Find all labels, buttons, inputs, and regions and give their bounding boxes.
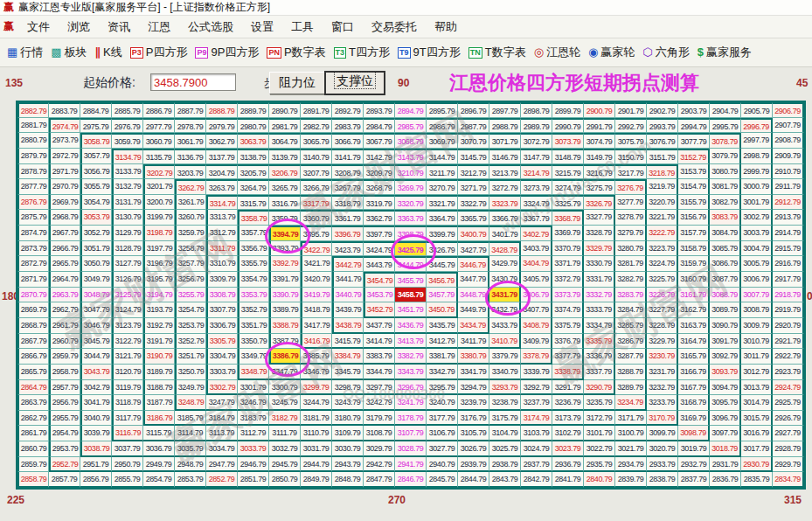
- grid-cell: 2877.79: [17, 179, 49, 195]
- grid-cell: 3275.79: [584, 179, 615, 195]
- grid-cell: 3413.79: [395, 334, 427, 350]
- grid-cell: 3197.79: [143, 241, 175, 257]
- grid-cell: 3353.79: [238, 288, 269, 303]
- grid-cell: 2862.79: [17, 411, 49, 427]
- menu-item[interactable]: 交易委托: [363, 19, 426, 35]
- grid-cell: 3046.79: [80, 318, 112, 334]
- grid-cell: 3124.79: [112, 302, 143, 318]
- grid-cell: 3128.79: [112, 241, 143, 257]
- grid-cell: 3098.79: [678, 426, 710, 441]
- toolbar-button[interactable]: ⬡六角形: [642, 45, 689, 60]
- menu-item[interactable]: 设置: [242, 19, 282, 35]
- grid-cell: 3250.79: [175, 365, 206, 380]
- grid-cell: 3390.79: [269, 288, 301, 303]
- grid-cell: 2914.79: [773, 226, 804, 241]
- grid-cell: 3033.79: [238, 441, 269, 457]
- toolbar-button[interactable]: $赢家服务: [697, 45, 752, 60]
- toolbar-button-label: 9P四方形: [211, 45, 259, 60]
- grid-cell: 3315.79: [238, 195, 269, 211]
- toolbar-button[interactable]: ▦行情: [7, 45, 43, 60]
- grid-cell: 3316.79: [269, 195, 301, 211]
- blocks-icon: ▩: [51, 46, 61, 59]
- grid-cell: 3040.79: [80, 411, 112, 427]
- menu-item[interactable]: 浏览: [59, 19, 99, 35]
- grid-cell: 3048.79: [80, 288, 112, 303]
- grid-cell: 3185.79: [175, 411, 206, 427]
- grid-cell: 3103.79: [521, 426, 552, 441]
- grid-cell: 3174.79: [521, 411, 552, 427]
- grid-cell: 2950.79: [112, 457, 143, 473]
- grid-cell: 3188.79: [143, 380, 175, 396]
- grid-cell: 3219.79: [647, 179, 678, 195]
- grid-cell: 3368.79: [552, 210, 584, 226]
- menu-item[interactable]: 江恩: [139, 19, 179, 35]
- grid-cell: 3220.79: [647, 195, 678, 211]
- menu-item[interactable]: 窗口: [323, 19, 363, 35]
- grid-cell: 3117.79: [112, 411, 143, 427]
- grid-cell: 3187.79: [143, 395, 175, 411]
- menu-item[interactable]: 资讯: [99, 19, 139, 35]
- grid-cell: 3076.79: [647, 133, 678, 149]
- grid-cell: 2924.79: [773, 380, 804, 396]
- toolbar-button-label: 行情: [20, 45, 43, 60]
- support-button[interactable]: 支撑位: [324, 71, 385, 95]
- grid-cell: 3298.79: [332, 380, 364, 396]
- grid-cell: 3172.79: [584, 411, 615, 427]
- menu-item[interactable]: 帮助: [426, 19, 466, 35]
- grid-cell: 2969.79: [49, 195, 80, 211]
- grid-cell: 3035.79: [175, 441, 206, 457]
- toolbar-button[interactable]: T3T四方形: [334, 45, 390, 60]
- toolbar-button[interactable]: TNT数字表: [468, 45, 526, 60]
- grid-cell: 3284.79: [615, 302, 647, 318]
- grid-cell: 3310.79: [206, 256, 238, 272]
- grid-cell: 3134.79: [112, 149, 143, 164]
- grid-cell: 3425.79: [395, 241, 427, 257]
- menu-item[interactable]: 工具: [282, 19, 323, 35]
- grid-cell: 3154.79: [678, 179, 710, 195]
- grid-cell: 3445.79: [427, 256, 458, 272]
- menu-item[interactable]: 文件: [18, 19, 59, 35]
- toolbar-button[interactable]: ◎江恩轮: [534, 45, 580, 60]
- grid-cell: 2840.79: [584, 472, 615, 488]
- grid-cell: 3247.79: [206, 395, 238, 411]
- grid-cell: 3191.79: [143, 334, 175, 350]
- grid-cell: 3215.79: [552, 164, 584, 180]
- grid-cell: 2855.79: [112, 472, 143, 488]
- start-price-input[interactable]: [150, 73, 236, 91]
- toolbar-button[interactable]: T99T四方形: [398, 45, 461, 60]
- grid-cell: 3077.79: [678, 133, 710, 149]
- grid-cell: 3300.79: [269, 380, 301, 396]
- menu-item[interactable]: 公式选股: [179, 19, 242, 35]
- grid-cell: 2901.79: [615, 102, 647, 118]
- grid-cell: 2973.79: [49, 133, 80, 149]
- grid-cell: 3292.79: [521, 380, 552, 396]
- grid-cell: 3190.79: [143, 349, 175, 365]
- toolbar-button[interactable]: PNP数字表: [267, 45, 325, 60]
- grid-cell: 3452.79: [364, 302, 395, 318]
- grid-cell: 3028.79: [395, 441, 427, 457]
- grid-cell: 3066.79: [332, 133, 364, 149]
- toolbar-button[interactable]: ◉赢家轮: [588, 45, 635, 60]
- grid-cell: 3155.79: [678, 195, 710, 211]
- toolbar-button[interactable]: ∥K线: [95, 45, 122, 60]
- grid-cell: 3115.79: [143, 426, 175, 441]
- grid-cell: 3017.79: [741, 441, 773, 457]
- grid-cell: 3080.79: [710, 164, 741, 180]
- grid-cell: 3418.79: [301, 302, 332, 318]
- grid-cell: 3424.79: [364, 241, 395, 257]
- grid-cell: 2983.79: [332, 118, 364, 134]
- toolbar-button[interactable]: P99P四方形: [195, 45, 259, 60]
- toolbar-button[interactable]: ▩板块: [51, 45, 87, 60]
- grid-cell: 2869.79: [17, 302, 49, 318]
- grid-cell: 3269.79: [395, 179, 427, 195]
- grid-cell: 3349.79: [238, 349, 269, 365]
- grid-cell: 2848.79: [332, 472, 364, 488]
- toolbar-button[interactable]: P3P四方形: [130, 45, 188, 60]
- resistance-button[interactable]: 阻力位: [269, 72, 325, 94]
- grid-cell: 2841.79: [552, 472, 584, 488]
- grid-cell: 3233.79: [647, 395, 678, 411]
- grid-cell: 3226.79: [647, 288, 678, 303]
- grid-cell: 3045.79: [80, 334, 112, 350]
- grid-cell: 3147.79: [521, 149, 552, 164]
- grid-cell: 3322.79: [458, 195, 489, 211]
